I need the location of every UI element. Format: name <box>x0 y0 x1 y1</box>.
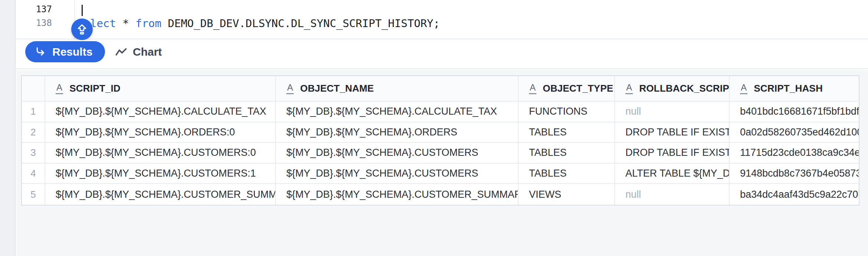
line-number-gutter: 136 137 138 <box>16 0 52 30</box>
text-type-icon: A <box>529 83 536 94</box>
column-label: ROLLBACK_SCRIPT <box>639 83 730 94</box>
cell-object-type[interactable]: TABLES <box>519 143 615 163</box>
sql-keyword-from: from <box>135 17 161 30</box>
column-header-script-hash[interactable]: A SCRIPT_HASH <box>730 76 859 101</box>
tab-chart[interactable]: Chart <box>111 41 166 62</box>
row-number[interactable]: 3 <box>22 143 45 163</box>
text-type-icon: A <box>56 83 63 94</box>
sql-star: * <box>116 17 135 30</box>
chart-tab-label: Chart <box>133 46 162 58</box>
table-row: 4 ${MY_DB}.${MY_SCHEMA}.CUSTOMERS:1 ${MY… <box>22 164 859 184</box>
text-type-icon: A <box>286 83 294 94</box>
row-number-header <box>22 76 45 101</box>
row-number[interactable]: 2 <box>22 122 45 142</box>
cell-script-id[interactable]: ${MY_DB}.${MY_SCHEMA}.ORDERS:0 <box>45 122 276 142</box>
cell-object-type[interactable]: TABLES <box>519 164 615 184</box>
column-label: SCRIPT_ID <box>69 83 121 94</box>
cell-script-id[interactable]: ${MY_DB}.${MY_SCHEMA}.CUSTOMERS:0 <box>45 143 276 163</box>
table-row: 1 ${MY_DB}.${MY_SCHEMA}.CALCULATE_TAX ${… <box>22 102 859 122</box>
table-row: 2 ${MY_DB}.${MY_SCHEMA}.ORDERS:0 ${MY_DB… <box>22 122 859 143</box>
line-number: 138 <box>16 16 52 30</box>
text-caret <box>82 5 83 16</box>
cell-rollback-script[interactable]: null <box>615 102 730 122</box>
row-number[interactable]: 5 <box>22 184 45 205</box>
table-row: 5 ${MY_DB}.${MY_SCHEMA}.CUSTOMER_SUMMARY… <box>22 184 859 205</box>
results-tab-label: Results <box>52 46 92 58</box>
column-header-object-type[interactable]: A OBJECT_TYPE <box>519 76 615 101</box>
sql-object-name: DEMO_DB_DEV.DLSYNC.DL_SYNC_SCRIPT_HISTOR… <box>161 17 440 30</box>
column-header-object-name[interactable]: A OBJECT_NAME <box>276 76 519 101</box>
results-panel: A SCRIPT_ID A OBJECT_NAME A OBJECT_TYPE … <box>16 70 868 256</box>
cell-script-hash[interactable]: ba34dc4aaf43d5c9a22c70b5 <box>730 184 859 205</box>
table-row: 3 ${MY_DB}.${MY_SCHEMA}.CUSTOMERS:0 ${MY… <box>22 143 859 164</box>
cell-script-hash[interactable]: b401bdc16681671f5bf1bdf <box>730 102 859 122</box>
row-number[interactable]: 1 <box>22 102 45 122</box>
tab-results[interactable]: Results <box>25 41 105 62</box>
cell-object-type[interactable]: TABLES <box>519 122 615 142</box>
column-label: OBJECT_NAME <box>300 83 374 94</box>
sql-statement[interactable]: select * from DEMO_DB_DEV.DLSYNC.DL_SYNC… <box>77 17 440 30</box>
line-number-active: 137 <box>16 3 52 16</box>
sql-editor[interactable]: 136 137 138 select * from DEMO_DB_DEV.DL… <box>16 0 868 39</box>
column-header-script-id[interactable]: A SCRIPT_ID <box>45 76 276 101</box>
cell-object-type[interactable]: VIEWS <box>519 184 615 205</box>
cell-script-hash[interactable]: 0a02d58260735ed462d100 <box>730 122 859 142</box>
cell-object-name[interactable]: ${MY_DB}.${MY_SCHEMA}.ORDERS <box>276 122 519 142</box>
text-type-icon: A <box>625 83 633 94</box>
chart-line-icon <box>115 48 127 56</box>
cell-object-name[interactable]: ${MY_DB}.${MY_SCHEMA}.CALCULATE_TAX <box>276 102 519 122</box>
column-label: SCRIPT_HASH <box>754 83 823 94</box>
cell-rollback-script[interactable]: null <box>615 184 730 205</box>
line-number: 136 <box>16 0 52 3</box>
cell-rollback-script[interactable]: ALTER TABLE ${MY_DB}.SC <box>615 164 730 184</box>
cell-rollback-script[interactable]: DROP TABLE IF EXISTS ${M <box>615 122 730 142</box>
column-header-rollback-script[interactable]: A ROLLBACK_SCRIPT <box>615 76 730 101</box>
left-margin-strip <box>0 0 16 256</box>
results-toolbar: Results Chart <box>16 40 868 69</box>
row-number[interactable]: 4 <box>22 164 45 184</box>
cell-object-name[interactable]: ${MY_DB}.${MY_SCHEMA}.CUSTOMERS <box>276 164 519 184</box>
run-statement-button[interactable] <box>71 19 93 40</box>
text-type-icon: A <box>740 83 747 94</box>
cell-object-type[interactable]: FUNCTIONS <box>519 102 615 122</box>
cell-script-hash[interactable]: 9148bcdb8c7367b4e058738 <box>730 164 859 184</box>
cell-script-hash[interactable]: 11715d23cde0138ca9c34e6 <box>730 143 859 163</box>
results-table: A SCRIPT_ID A OBJECT_NAME A OBJECT_TYPE … <box>21 75 859 206</box>
arrow-up-eject-icon <box>76 23 88 36</box>
snowsight-worksheet: { "editor": { "line_numbers": ["136", "1… <box>0 0 868 256</box>
results-arrow-icon <box>35 47 46 57</box>
cell-object-name[interactable]: ${MY_DB}.${MY_SCHEMA}.CUSTOMER_SUMMARY <box>276 184 519 205</box>
cell-script-id[interactable]: ${MY_DB}.${MY_SCHEMA}.CUSTOMERS:1 <box>45 164 276 184</box>
cell-script-id[interactable]: ${MY_DB}.${MY_SCHEMA}.CALCULATE_TAX <box>45 102 276 122</box>
cell-rollback-script[interactable]: DROP TABLE IF EXISTS ${M <box>615 143 730 163</box>
table-header-row: A SCRIPT_ID A OBJECT_NAME A OBJECT_TYPE … <box>22 76 859 102</box>
cell-object-name[interactable]: ${MY_DB}.${MY_SCHEMA}.CUSTOMERS <box>276 143 519 163</box>
cell-script-id[interactable]: ${MY_DB}.${MY_SCHEMA}.CUSTOMER_SUMMARY <box>45 184 276 205</box>
column-label: OBJECT_TYPE <box>543 83 613 94</box>
